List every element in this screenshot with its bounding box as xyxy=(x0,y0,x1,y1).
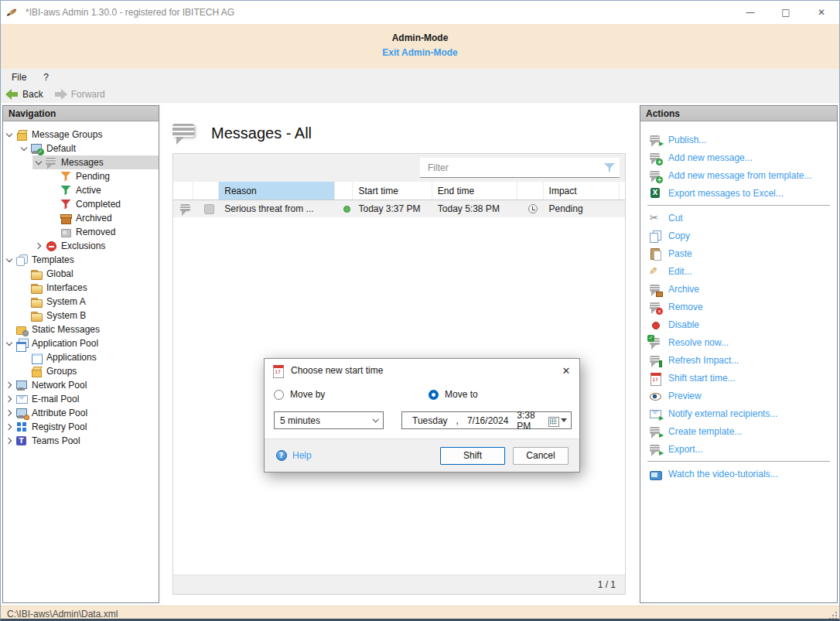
close-button[interactable]: ✕ xyxy=(804,1,839,24)
nav-item-default[interactable]: Default xyxy=(3,142,159,155)
action-remove[interactable]: Remove xyxy=(640,298,837,316)
column-header-impact[interactable]: Impact xyxy=(544,182,620,200)
nav-item-attribute-pool[interactable]: Attribute Pool xyxy=(3,406,159,420)
action-refresh-impact[interactable]: Refresh Impact... xyxy=(640,351,837,369)
action-edit[interactable]: Edit... xyxy=(640,262,837,280)
nav-item-system-b[interactable]: System B xyxy=(3,309,159,322)
shift-button[interactable]: Shift xyxy=(440,447,505,465)
nav-item-applications[interactable]: Applications xyxy=(3,350,159,364)
nav-item-messages[interactable]: Messages xyxy=(3,155,159,169)
chevron-spacer xyxy=(19,296,30,308)
nav-item-label: Active xyxy=(76,185,101,196)
column-header-icon[interactable] xyxy=(193,182,220,200)
nav-item-global[interactable]: Global xyxy=(3,267,159,281)
action-notify-external-recipients[interactable]: Notify external recipients... xyxy=(640,404,837,422)
column-header-end-time[interactable]: End time xyxy=(432,182,517,200)
cancel-button[interactable]: Cancel xyxy=(513,447,569,465)
chevron-down-icon[interactable] xyxy=(19,143,30,155)
column-header-icon[interactable] xyxy=(335,182,353,200)
chevron-down-icon[interactable] xyxy=(4,338,15,350)
action-add-new-message[interactable]: Add new message... xyxy=(640,148,837,166)
nav-item-network-pool[interactable]: Network Pool xyxy=(3,378,159,392)
nav-item-teams-pool[interactable]: Teams Pool xyxy=(3,434,159,448)
column-header-icon[interactable] xyxy=(517,182,544,200)
nav-item-application-pool[interactable]: Application Pool xyxy=(3,336,159,350)
back-button[interactable]: Back xyxy=(5,89,43,100)
chevron-right-icon[interactable] xyxy=(4,435,15,447)
nav-item-groups[interactable]: Groups xyxy=(3,364,159,378)
move-to-radio[interactable] xyxy=(429,390,439,400)
forward-button[interactable]: Forward xyxy=(54,89,105,100)
action-export-messages-to-excel[interactable]: Export messages to Excel... xyxy=(640,184,837,202)
move-to-radio-group[interactable]: Move to xyxy=(429,389,478,400)
action-cut[interactable]: Cut xyxy=(640,209,837,227)
nav-item-archived[interactable]: Archived xyxy=(3,211,159,225)
nav-item-exclusions[interactable]: Exclusions xyxy=(3,239,159,253)
dialog-close-button[interactable]: ✕ xyxy=(553,359,579,382)
action-label: Refresh Impact... xyxy=(668,355,739,366)
chevron-right-icon[interactable] xyxy=(4,394,15,405)
actions-divider xyxy=(647,461,830,462)
chevron-down-icon[interactable] xyxy=(4,254,15,266)
column-header-icon[interactable] xyxy=(173,182,193,200)
action-disable[interactable]: Disable xyxy=(640,316,837,333)
action-archive[interactable]: Archive xyxy=(640,280,837,298)
nav-item-templates[interactable]: Templates xyxy=(3,253,159,267)
table-row[interactable]: Serious threat from ...Today 3:37 PMToda… xyxy=(173,200,625,217)
action-add-new-message-from-template[interactable]: Add new message from template... xyxy=(640,166,837,184)
menu-help[interactable]: ? xyxy=(43,72,49,83)
actions-panel: Actions Publish...Add new message...Add … xyxy=(640,105,838,603)
nav-item-e-mail-pool[interactable]: E-mail Pool xyxy=(3,392,159,406)
filter-input[interactable] xyxy=(420,158,620,177)
resize-grip-icon[interactable] xyxy=(828,611,837,619)
menu-file[interactable]: File xyxy=(12,72,26,83)
nav-item-system-a[interactable]: System A xyxy=(3,295,159,309)
nav-item-pending[interactable]: Pending xyxy=(3,169,159,183)
minimize-button[interactable]: — xyxy=(732,1,768,24)
nav-item-interfaces[interactable]: Interfaces xyxy=(3,281,159,295)
action-create-template[interactable]: Create template... xyxy=(640,422,837,440)
move-to-datetime-picker[interactable]: Tuesday , 7/16/2024 3:38 PM xyxy=(401,411,572,429)
nav-item-registry-pool[interactable]: Registry Pool xyxy=(3,420,159,434)
forward-label: Forward xyxy=(71,89,105,100)
move-by-radio-group[interactable]: Move by xyxy=(274,389,325,400)
datetime-dropdown-button[interactable] xyxy=(548,415,571,426)
action-label: Watch the video-tutorials... xyxy=(668,469,778,479)
move-by-radio[interactable] xyxy=(274,390,284,400)
chevron-right-icon[interactable] xyxy=(4,380,15,391)
action-preview[interactable]: Preview xyxy=(640,387,837,404)
clock-icon xyxy=(527,203,539,215)
nav-item-static-messages[interactable]: Static Messages xyxy=(3,322,159,336)
nav-item-message-groups[interactable]: Message Groups xyxy=(3,128,159,142)
action-publish[interactable]: Publish... xyxy=(640,131,837,148)
nav-item-removed[interactable]: Removed xyxy=(3,225,159,239)
chevron-right-icon[interactable] xyxy=(4,421,15,433)
column-header-start-time[interactable]: Start time xyxy=(353,182,432,200)
table-header-row: ReasonStart timeEnd timeImpact xyxy=(173,182,625,200)
nav-item-label: Default xyxy=(46,143,76,154)
column-header-reason[interactable]: Reason xyxy=(219,182,335,200)
help-link[interactable]: Help xyxy=(275,449,312,462)
action-resolve-now[interactable]: Resolve now... xyxy=(640,333,837,351)
action-paste[interactable]: Paste xyxy=(640,244,837,262)
chevron-spacer xyxy=(19,282,30,294)
choose-new-start-time-dialog: Choose new start time ✕ Move by Move to … xyxy=(264,358,580,473)
action-export[interactable]: Export... xyxy=(640,440,837,458)
actions-divider xyxy=(647,205,830,206)
move-by-dropdown[interactable]: 5 minutes xyxy=(274,411,384,429)
chevron-down-icon[interactable] xyxy=(4,129,15,141)
nav-item-label: Global xyxy=(46,268,73,279)
preview-icon xyxy=(649,390,661,402)
exit-admin-mode-link[interactable]: Exit Admin-Mode xyxy=(382,47,458,58)
folder-icon xyxy=(30,295,43,308)
chevron-right-icon[interactable] xyxy=(4,408,15,419)
action-watch-the-video-tutorials[interactable]: Watch the video-tutorials... xyxy=(640,465,837,483)
action-shift-start-time[interactable]: Shift start time... xyxy=(640,369,837,387)
nav-item-completed[interactable]: Completed xyxy=(3,197,159,211)
action-copy[interactable]: Copy xyxy=(640,227,837,244)
maximize-button[interactable]: □ xyxy=(768,1,804,24)
appwin-icon xyxy=(30,351,43,363)
nav-item-active[interactable]: Active xyxy=(3,183,159,197)
chevron-right-icon[interactable] xyxy=(33,241,45,252)
chevron-down-icon[interactable] xyxy=(33,157,45,169)
